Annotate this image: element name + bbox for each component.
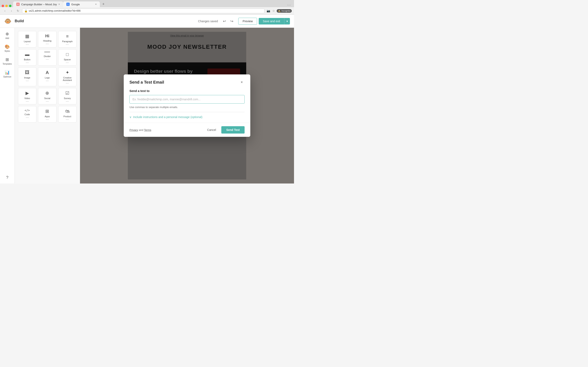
modal-overlay[interactable]: Send a Test Email × Send a test to Use c…: [80, 28, 294, 184]
panel-item-layout[interactable]: ▦ Layout: [18, 31, 36, 48]
terms-link[interactable]: Terms: [144, 128, 151, 132]
sidebar-item-add[interactable]: ⊕ Add: [1, 29, 13, 42]
code-icon: </>: [25, 109, 30, 112]
panel-item-button[interactable]: ▬ Button: [18, 49, 36, 66]
sidebar-label-templates: Templates: [3, 63, 12, 65]
modal-footer-links: Privacy and Terms: [130, 128, 151, 132]
privacy-link[interactable]: Privacy: [130, 128, 138, 132]
tab-label-mailchimp: Campaign Builder – Mood Joy: [21, 3, 57, 6]
help-icon: ?: [6, 175, 8, 180]
new-tab-button[interactable]: +: [101, 1, 106, 7]
changes-saved-status: Changes saved: [198, 20, 218, 23]
sidebar-item-optimize[interactable]: 📊 Optimize: [1, 68, 13, 80]
undo-button[interactable]: ↩: [221, 18, 228, 25]
templates-icon: ⊞: [6, 57, 9, 62]
panel-item-creative-assistant[interactable]: ✦ Creative Assistant: [58, 67, 77, 86]
modal-footer-actions: Cancel Send Test: [204, 126, 245, 133]
heading-label: Heading: [43, 40, 52, 42]
image-label: Image: [24, 76, 30, 79]
sidebar-item-templates[interactable]: ⊞ Templates: [1, 55, 13, 67]
spacer-label: Spacer: [64, 58, 71, 61]
panel-item-survey[interactable]: ☑ Survey: [58, 88, 77, 104]
product-label: Product: [63, 115, 71, 118]
panel-item-video[interactable]: ▶ Video: [18, 88, 36, 104]
preview-button[interactable]: Preview: [238, 18, 257, 25]
divider-icon: [44, 52, 50, 54]
save-exit-button[interactable]: Save and exit: [259, 18, 284, 25]
modal-helper-text: Use commas to separate multiple emails.: [130, 106, 245, 109]
product-icon: 🛍: [65, 109, 70, 114]
send-test-button[interactable]: Send Test: [221, 126, 245, 133]
profile-icon[interactable]: 🕵 Incognito: [282, 9, 286, 13]
tab-close-mailchimp[interactable]: ×: [58, 3, 60, 6]
google-favicon: G: [66, 3, 70, 6]
optional-label: Include instructions and a personal mess…: [133, 115, 202, 119]
heading-icon: Hi: [45, 34, 49, 38]
browser-tab-mailchimp[interactable]: M Campaign Builder – Mood Joy ×: [13, 1, 63, 7]
mailchimp-favicon: M: [16, 3, 20, 6]
logo-icon: A: [46, 70, 49, 75]
send-test-email-modal: Send a Test Email × Send a test to Use c…: [124, 75, 250, 137]
social-label: Social: [44, 97, 51, 100]
panel-item-spacer[interactable]: □ Spacer: [58, 49, 77, 66]
panel-item-paragraph[interactable]: ≡ Paragraph: [58, 31, 77, 48]
panel-item-heading[interactable]: Hi Heading: [38, 31, 56, 48]
modal-footer: Privacy and Terms Cancel Send Test: [124, 123, 250, 137]
button-icon: ▬: [25, 52, 29, 57]
forward-button[interactable]: ›: [9, 8, 14, 13]
sidebar-label-optimize: Optimize: [3, 76, 11, 78]
tab-close-google[interactable]: ×: [95, 3, 96, 6]
add-icon: ⊕: [6, 31, 9, 36]
layout-label: Layout: [24, 40, 31, 43]
canvas: View this email in your browser MOOD JOY…: [80, 28, 294, 184]
include-instructions-toggle[interactable]: ∨ Include instructions and a personal me…: [130, 115, 245, 119]
sidebar: ⊕ Add 🎨 Styles ⊞ Templates 📊 Optimize ?: [0, 28, 15, 184]
styles-icon: 🎨: [5, 44, 10, 49]
save-exit-dropdown-button[interactable]: ▾: [284, 18, 290, 25]
menu-icon[interactable]: ⋮: [287, 9, 292, 13]
redo-button[interactable]: ↪: [228, 18, 235, 25]
panel-item-apps[interactable]: ⊞ Apps: [38, 106, 56, 123]
panel-item-product[interactable]: 🛍 Product: [58, 106, 77, 123]
code-label: Code: [25, 113, 30, 116]
apps-icon: ⊞: [45, 109, 49, 114]
spacer-icon: □: [66, 52, 69, 57]
app: 🐵 Build Changes saved ↩ ↪ Preview Save a…: [0, 15, 294, 184]
panel-item-divider[interactable]: Divider: [38, 49, 56, 66]
modal-body: Send a test to Use commas to separate mu…: [124, 89, 250, 123]
test-email-input[interactable]: [130, 95, 245, 104]
cancel-button[interactable]: Cancel: [204, 127, 219, 133]
panel-item-logo[interactable]: A Logo: [38, 67, 56, 86]
modal-close-button[interactable]: ×: [239, 79, 245, 85]
divider-label: Divider: [44, 55, 51, 58]
video-icon: ▶: [26, 91, 29, 96]
traffic-light-minimize[interactable]: [5, 5, 8, 7]
traffic-light-maximize[interactable]: [9, 5, 11, 7]
panel-item-social[interactable]: ⊕ Social: [38, 88, 56, 104]
panel-grid: ▦ Layout Hi Heading ≡ Paragraph ▬: [18, 31, 77, 123]
tab-label-google: Google: [71, 3, 80, 6]
bookmark-icon[interactable]: ☆: [272, 9, 276, 13]
logo-label: Logo: [45, 76, 50, 79]
browser-tab-google[interactable]: G Google ×: [63, 1, 100, 7]
traffic-light-close[interactable]: [2, 5, 4, 7]
layout-icon: ▦: [25, 34, 29, 39]
back-button[interactable]: ‹: [2, 8, 7, 13]
save-exit-group: Save and exit ▾: [259, 18, 290, 25]
paragraph-icon: ≡: [66, 34, 69, 39]
refresh-button[interactable]: ↻: [16, 8, 20, 13]
panel-item-code[interactable]: </> Code: [18, 106, 36, 123]
modal-title: Send a Test Email: [130, 80, 164, 85]
social-icon: ⊕: [45, 91, 49, 96]
content-panel: ▦ Layout Hi Heading ≡ Paragraph ▬: [15, 28, 80, 184]
tab-expand-icon[interactable]: ⋯: [287, 3, 292, 7]
sidebar-label-styles: Styles: [4, 50, 10, 52]
undo-redo-group: ↩ ↪: [221, 18, 235, 25]
mailchimp-logo: 🐵: [4, 17, 11, 25]
sidebar-item-styles[interactable]: 🎨 Styles: [1, 42, 13, 54]
button-label: Button: [24, 58, 30, 61]
sidebar-item-help[interactable]: ?: [1, 173, 13, 182]
address-bar[interactable]: 🔒 us21.admin.mailchimp.com/email/editor?…: [22, 8, 265, 13]
panel-item-image[interactable]: 🖼 Image: [18, 67, 36, 86]
app-title: Build: [15, 19, 195, 23]
